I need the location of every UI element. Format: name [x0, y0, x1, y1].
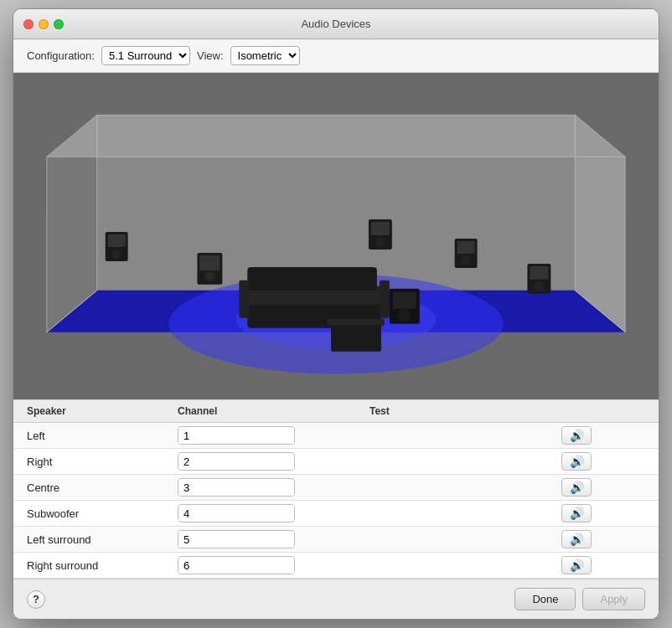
- window-title: Audio Devices: [301, 18, 370, 30]
- channel-input[interactable]: [178, 532, 295, 548]
- svg-rect-26: [328, 319, 385, 326]
- svg-rect-41: [530, 266, 548, 280]
- table-section: Speaker Channel Test Left ▲ ▼ 🔊 Right ▲: [13, 399, 659, 579]
- title-bar: Audio Devices: [13, 9, 659, 39]
- scene-svg: [13, 73, 659, 399]
- channel-input[interactable]: [178, 558, 295, 574]
- test-button[interactable]: 🔊: [561, 556, 592, 574]
- channel-input[interactable]: [178, 428, 295, 444]
- svg-rect-23: [239, 281, 249, 318]
- svg-rect-44: [108, 234, 126, 247]
- svg-rect-28: [199, 255, 220, 270]
- svg-point-33: [375, 237, 385, 247]
- table-row: Right ▲ ▼ 🔊: [13, 449, 659, 475]
- table-row: Left surround ▲ ▼ 🔊: [13, 527, 659, 553]
- svg-rect-22: [247, 267, 377, 291]
- test-button[interactable]: 🔊: [561, 452, 592, 471]
- svg-point-36: [398, 309, 411, 322]
- done-button[interactable]: Done: [514, 588, 576, 610]
- channel-input-wrapper: ▲ ▼: [178, 452, 295, 471]
- scene-container: [13, 73, 659, 399]
- speaker-name: Subwoofer: [27, 506, 178, 522]
- svg-rect-32: [371, 222, 390, 235]
- configuration-label: Configuration:: [27, 49, 95, 62]
- header-speaker: Speaker: [27, 405, 178, 417]
- help-button[interactable]: ?: [27, 590, 45, 609]
- table-row: Right surround ▲ ▼ 🔊: [13, 553, 659, 579]
- header-channel: Channel: [178, 405, 370, 417]
- minimize-button[interactable]: [39, 19, 49, 29]
- svg-point-42: [534, 281, 544, 291]
- table-row: Subwoofer ▲ ▼ 🔊: [13, 501, 659, 527]
- maximize-button[interactable]: [54, 19, 64, 29]
- table-row: Centre ▲ ▼ 🔊: [13, 475, 659, 501]
- svg-point-45: [111, 249, 121, 259]
- speaker-name: Left: [27, 428, 178, 444]
- speaker-name: Centre: [27, 480, 178, 496]
- close-button[interactable]: [23, 19, 34, 29]
- speaker-name: Right surround: [27, 558, 178, 574]
- svg-rect-35: [393, 292, 416, 309]
- view-select[interactable]: Isometric Top Front: [230, 46, 300, 65]
- channel-input[interactable]: [178, 480, 295, 496]
- speaker-name: Left surround: [27, 532, 178, 548]
- test-button[interactable]: 🔊: [561, 530, 592, 548]
- channel-input[interactable]: [178, 454, 295, 470]
- test-button[interactable]: 🔊: [561, 426, 592, 445]
- test-button[interactable]: 🔊: [561, 504, 592, 522]
- test-button[interactable]: 🔊: [561, 478, 592, 497]
- channel-input-wrapper: ▲ ▼: [178, 504, 295, 522]
- svg-rect-25: [331, 322, 381, 352]
- channel-input-wrapper: ▲ ▼: [178, 530, 295, 548]
- traffic-lights: [23, 19, 64, 29]
- svg-point-30: [206, 273, 213, 280]
- bottom-bar: ? Done Apply: [13, 579, 659, 619]
- speaker-name: Right: [27, 454, 178, 470]
- svg-rect-38: [457, 241, 475, 254]
- header-test: Test: [370, 405, 453, 417]
- toolbar: Configuration: 5.1 Surround 7.1 Surround…: [13, 39, 659, 73]
- configuration-select[interactable]: 5.1 Surround 7.1 Surround Stereo: [101, 46, 190, 65]
- table-row: Left ▲ ▼ 🔊: [13, 423, 659, 449]
- apply-button[interactable]: Apply: [582, 588, 645, 610]
- svg-rect-24: [380, 281, 390, 318]
- channel-input-wrapper: ▲ ▼: [178, 478, 295, 497]
- table-header: Speaker Channel Test: [13, 400, 659, 423]
- channel-input-wrapper: ▲ ▼: [178, 426, 295, 445]
- bottom-buttons: Done Apply: [514, 588, 645, 610]
- channel-input-wrapper: ▲ ▼: [178, 556, 295, 574]
- main-window: Audio Devices Configuration: 5.1 Surroun…: [13, 8, 659, 620]
- svg-marker-4: [47, 115, 625, 157]
- view-label: View:: [197, 49, 224, 62]
- channel-input[interactable]: [178, 506, 295, 522]
- svg-point-39: [461, 255, 471, 265]
